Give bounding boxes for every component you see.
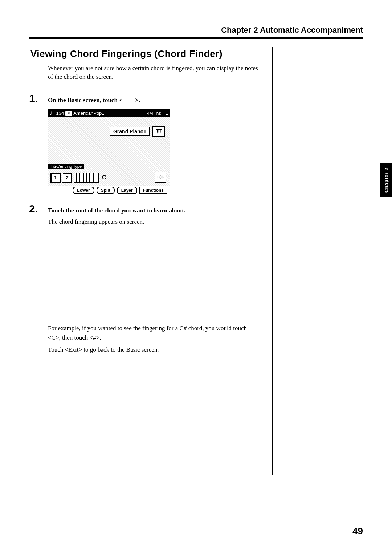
screen-main-area: Grand Piano1 🎹 Intro/Ending Type 1 2 C C…: [48, 117, 170, 186]
screen-bottom-buttons: Lower Split Layer Functions: [48, 186, 170, 195]
split-button[interactable]: Split: [97, 187, 115, 194]
screen-status-bar: ♩=134 ♫ AmericanPop1 4/4 M: 1: [48, 109, 170, 117]
measure-value: 1: [166, 110, 168, 116]
chord-finder-button[interactable]: C(9): [155, 172, 166, 183]
step-heading: Touch the root of the chord you want to …: [48, 206, 185, 215]
functions-button[interactable]: Functions: [139, 187, 167, 194]
step-number: 2.: [29, 203, 48, 215]
time-signature: 4/4: [147, 110, 154, 116]
chord-finder-screen-placeholder: [48, 231, 170, 317]
mini-keyboard-icon: [74, 173, 99, 183]
chord-root-letter: C: [102, 174, 106, 181]
main-column: Viewing Chord Fingerings (Chord Finder) …: [29, 47, 272, 475]
body-text: Touch <Exit> to go back to the Basic scr…: [48, 345, 258, 355]
lower-button[interactable]: Lower: [73, 187, 94, 194]
basic-screen-illustration: ♩=134 ♫ AmericanPop1 4/4 M: 1 Grand Pian…: [48, 109, 170, 195]
layer-button[interactable]: Layer: [117, 187, 137, 194]
chapter-tab: Chapter 2: [380, 163, 392, 197]
step-number: 1.: [29, 92, 48, 105]
horizontal-rule: [29, 37, 363, 39]
tempo-note-icon: ♩=: [50, 110, 55, 116]
tone-name: Grand Piano1: [110, 127, 150, 136]
measure-label: M:: [156, 110, 161, 116]
content-columns: Viewing Chord Fingerings (Chord Finder) …: [29, 47, 363, 475]
step-followup: For example, if you wanted to see the fi…: [48, 324, 258, 355]
step-heading: On the Basic screen, touch < >.: [48, 96, 140, 105]
intro-ending-row: 1 2 C: [50, 173, 106, 183]
intro-type-2-button[interactable]: 2: [62, 173, 72, 183]
style-icon: ♫: [65, 111, 72, 116]
intro-ending-label: Intro/Ending Type: [48, 164, 84, 169]
step-2: 2. Touch the root of the chord you want …: [29, 203, 272, 227]
page-number: 49: [352, 526, 363, 537]
style-name: AmericanPop1: [73, 110, 104, 116]
section-title: Viewing Chord Fingerings (Chord Finder): [30, 48, 272, 60]
page: Chapter 2 Automatic Accompaniment Viewin…: [0, 0, 392, 555]
step-body: The chord fingering appears on screen.: [48, 217, 258, 227]
intro-type-1-button[interactable]: 1: [50, 173, 61, 183]
margin-column: Chapter 2: [272, 47, 363, 475]
body-text: The chord fingering appears on screen.: [48, 217, 258, 227]
dotted-divider: [48, 150, 170, 150]
step-1: 1. On the Basic screen, touch < >.: [29, 92, 272, 105]
intro-paragraph: Whenever you are not sure how a certain …: [48, 64, 258, 81]
chapter-header: Chapter 2 Automatic Accompaniment: [29, 25, 363, 35]
tempo-value: 134: [56, 110, 64, 116]
tone-display: Grand Piano1 🎹: [110, 126, 165, 137]
piano-icon: 🎹: [152, 126, 165, 137]
body-text: For example, if you wanted to see the fi…: [48, 324, 258, 342]
